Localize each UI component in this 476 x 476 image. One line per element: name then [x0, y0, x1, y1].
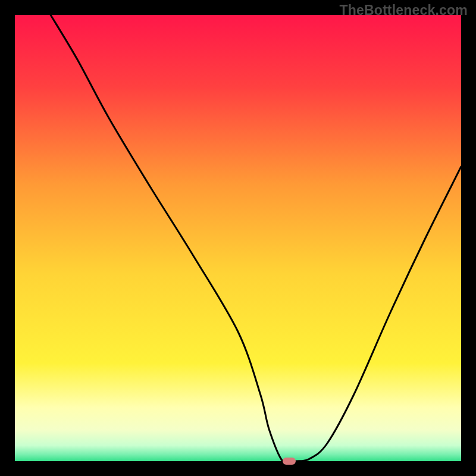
watermark-label: TheBottleneck.com: [339, 2, 468, 18]
chart-svg: [15, 15, 461, 461]
plot-area: [15, 15, 461, 461]
chart-frame: TheBottleneck.com: [0, 0, 476, 476]
optimal-marker: [283, 458, 296, 465]
gradient-background: [15, 15, 461, 461]
